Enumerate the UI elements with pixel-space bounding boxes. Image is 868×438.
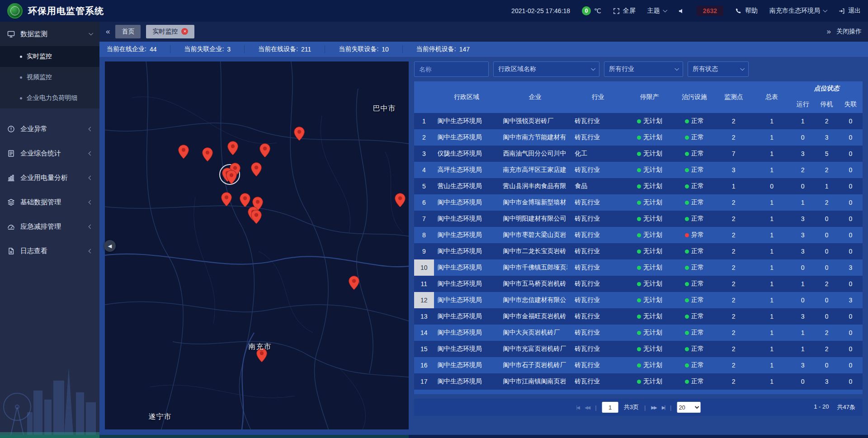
cell-region: 阆中生态环境局 <box>434 373 500 390</box>
name-filter-input[interactable] <box>414 61 489 77</box>
table-row[interactable]: 16阆中生态环境局阆中市石子页岩机砖厂砖瓦行业无计划正常21300 <box>414 357 863 373</box>
cell-restriction: 无计划 <box>625 227 674 243</box>
cell-treatment: 正常 <box>674 325 714 341</box>
cell-industry: 砖瓦行业 <box>571 243 625 259</box>
sidebar-item-logs[interactable]: 日志查看 <box>0 239 99 263</box>
map-pin[interactable] <box>250 210 262 224</box>
sidebar-item-enterprise-statistics[interactable]: 企业综合统计 <box>0 141 99 165</box>
map-pin[interactable] <box>394 193 406 207</box>
table-row[interactable]: 2阆中生态环境局阆中市南方节能建材有砖瓦行业无计划正常21030 <box>414 129 863 146</box>
table-row[interactable]: 1阆中生态环境局阆中强锐页岩砖厂砖瓦行业无计划正常21120 <box>414 113 863 129</box>
map-pin[interactable] <box>221 192 232 207</box>
table-row[interactable]: 18南部生态环境局南部县建兴页岩砖厂砖瓦行业无计划正常21003 <box>414 390 863 394</box>
cell-seq: 15 <box>414 341 434 357</box>
theme-dropdown[interactable]: 主题 <box>647 7 666 15</box>
cell-stop: 0 <box>815 357 839 373</box>
tab-home[interactable]: 首页 <box>115 25 141 38</box>
cell-run: 3 <box>791 211 815 227</box>
cell-stop: 0 <box>815 259 839 276</box>
map-collapse-button[interactable]: ◀ <box>104 240 116 252</box>
cell-seq: 1 <box>414 113 434 129</box>
chevron-left-icon <box>89 200 93 204</box>
table-row[interactable]: 4高坪生态环境局南充市高坪区王家店建砖瓦行业无计划正常31220 <box>414 162 863 178</box>
org-dropdown[interactable]: 南充市生态环境局 <box>769 7 826 15</box>
first-page-button[interactable]: |◀ <box>576 405 579 410</box>
help-button[interactable]: 帮助 <box>735 7 758 15</box>
cell-treatment: 正常 <box>674 357 714 373</box>
map-pin[interactable] <box>348 276 360 290</box>
sidebar-item-video-monitoring[interactable]: 视频监控 <box>0 67 99 88</box>
sidebar-item-emergency-reduction[interactable]: 应急减排管理 <box>0 214 99 239</box>
sidebar-item-base-data[interactable]: 基础数据管理 <box>0 190 99 214</box>
cell-region: 阆中生态环境局 <box>434 341 500 357</box>
map-pin[interactable] <box>259 143 271 158</box>
map-pin[interactable] <box>293 127 305 141</box>
map-pin[interactable] <box>250 162 262 177</box>
alarm-button[interactable] <box>678 8 685 14</box>
sidebar-item-power-load-detail[interactable]: 企业电力负荷明细 <box>0 88 99 108</box>
table-row[interactable]: 8阆中生态环境局阆中市枣碧大梁山页岩砖瓦行业无计划异常21300 <box>414 227 863 243</box>
cell-industry: 砖瓦行业 <box>571 276 625 292</box>
table-row[interactable]: 7阆中生态环境局阆中明阳建材有限公司砖瓦行业无计划正常21300 <box>414 211 863 227</box>
table-row[interactable]: 17阆中生态环境局阆中市江南镇阆南页岩砖瓦行业无计划正常21030 <box>414 373 863 390</box>
next-page-button[interactable]: ▶▶ <box>651 405 656 410</box>
table-row[interactable]: 10阆中生态环境局阆中市千佛镇五郎垭页岩砖瓦行业无计划正常21003 <box>414 259 863 276</box>
cell-run: 0 <box>791 390 815 394</box>
table-row[interactable]: 9阆中生态环境局阆中市二龙长宝页岩砖砖瓦行业无计划正常21300 <box>414 243 863 259</box>
map-pin[interactable] <box>227 141 239 155</box>
table-row[interactable]: 11阆中生态环境局阆中市五马桥页岩机砖砖瓦行业无计划正常21120 <box>414 276 863 292</box>
table-row[interactable]: 6阆中生态环境局阆中市金博瑞新型墙材砖瓦行业无计划正常21120 <box>414 194 863 211</box>
chevron-down-icon <box>675 66 679 71</box>
status-dot <box>637 380 641 384</box>
logout-button[interactable]: 退出 <box>838 7 861 15</box>
cell-stop: 2 <box>815 276 839 292</box>
cell-restriction: 无计划 <box>625 308 674 325</box>
cell-industry: 砖瓦行业 <box>571 227 625 243</box>
map[interactable]: 巴中市南充市遂宁市 <box>105 61 409 429</box>
sidebar-item-realtime-monitoring[interactable]: 实时监控 <box>0 46 99 67</box>
cell-treatment: 正常 <box>674 308 714 325</box>
industry-filter-select[interactable]: 所有行业 <box>604 61 683 77</box>
map-pin[interactable] <box>239 193 251 207</box>
cell-industry: 砖瓦行业 <box>571 325 625 341</box>
tab-scroll-left-icon[interactable]: « <box>106 27 110 36</box>
cell-treatment: 正常 <box>674 113 714 129</box>
tab-realtime-monitoring[interactable]: 实时监控 × <box>146 25 194 38</box>
table-row[interactable]: 12阆中生态环境局阆中市忠信建材有限公砖瓦行业无计划正常21003 <box>414 292 863 308</box>
cell-restriction: 无计划 <box>625 162 674 178</box>
map-pin[interactable] <box>226 170 237 184</box>
cell-meter: 1 <box>753 390 791 394</box>
content: « 首页 实时监控 × » 关闭操作 当前在线企业:44 当前失联企 <box>99 22 868 435</box>
speaker-icon <box>678 8 685 14</box>
table-row[interactable]: 14阆中生态环境局阆中大兴页岩机砖厂砖瓦行业无计划正常21120 <box>414 325 863 341</box>
close-operations-button[interactable]: 关闭操作 <box>836 28 862 36</box>
prev-page-button[interactable]: ◀◀ <box>585 405 590 410</box>
cell-restriction: 无计划 <box>625 113 674 129</box>
close-icon[interactable]: × <box>181 28 188 35</box>
sidebar-item-enterprise-abnormal[interactable]: 企业异常 <box>0 117 99 141</box>
table-row[interactable]: 5营山生态环境局营山县润丰肉食品有限食品无计划正常10010 <box>414 178 863 194</box>
table-row[interactable]: 3仪陇生态环境局西南油气田分公司川中化工无计划正常71350 <box>414 146 863 162</box>
cell-monitor: 2 <box>715 129 753 146</box>
map-pin[interactable] <box>202 147 213 162</box>
region-filter-select[interactable]: 行政区域名称 <box>493 61 599 77</box>
map-pin[interactable] <box>178 145 189 159</box>
table-row[interactable]: 15阆中生态环境局阆中市光富页岩机砖厂砖瓦行业无计划正常21120 <box>414 341 863 357</box>
enterprise-table: 行政区域 企业 行业 停限产 治污设施 监测点 总表 点位状态 运行 <box>414 81 863 394</box>
alarm-count-badge[interactable]: 2632 <box>697 6 723 16</box>
cell-company: 阆中市光富页岩机砖厂 <box>499 341 571 357</box>
sidebar-item-data-monitoring[interactable]: 数据监测 <box>0 22 99 46</box>
status-filter-select[interactable]: 所有状态 <box>688 61 749 77</box>
table-row[interactable]: 13阆中生态环境局阆中市金福旺页岩机砖砖瓦行业无计划正常21300 <box>414 308 863 325</box>
layers-icon <box>7 198 15 206</box>
cell-company: 阆中市二龙长宝页岩砖 <box>499 243 571 259</box>
page-number-input[interactable] <box>602 402 618 413</box>
page-size-select[interactable]: 20 <box>677 402 700 413</box>
tab-scroll-right-icon[interactable]: » <box>827 27 831 36</box>
sidebar-item-power-analysis[interactable]: 企业用电量分析 <box>0 165 99 190</box>
fullscreen-button[interactable]: 全屏 <box>613 7 636 15</box>
status-filter-value: 所有状态 <box>693 65 718 73</box>
cell-seq: 6 <box>414 194 434 211</box>
last-page-button[interactable]: ▶| <box>662 405 665 410</box>
sidebar-subitem-label: 企业电力负荷明细 <box>27 94 77 102</box>
